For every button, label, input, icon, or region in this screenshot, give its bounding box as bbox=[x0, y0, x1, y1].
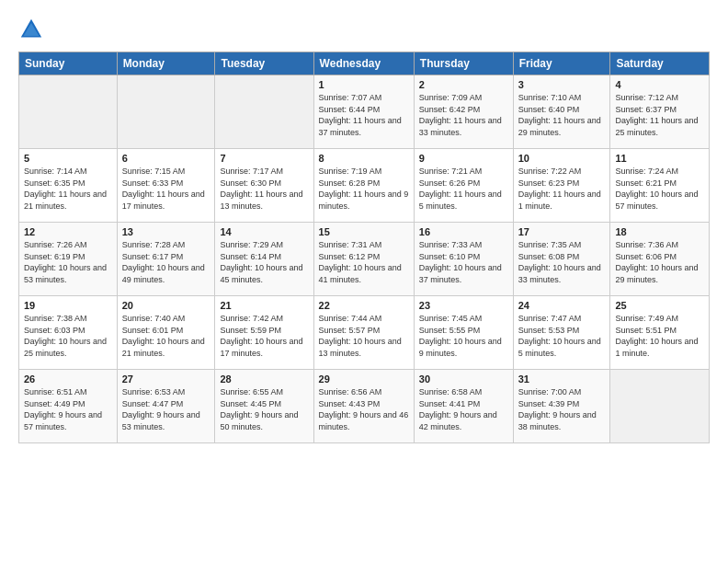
calendar-cell: 4Sunrise: 7:12 AM Sunset: 6:37 PM Daylig… bbox=[610, 75, 710, 149]
day-info: Sunrise: 6:56 AM Sunset: 4:43 PM Dayligh… bbox=[319, 386, 409, 432]
day-info: Sunrise: 7:47 AM Sunset: 5:53 PM Dayligh… bbox=[518, 313, 606, 359]
calendar-cell: 17Sunrise: 7:35 AM Sunset: 6:08 PM Dayli… bbox=[513, 223, 610, 296]
day-number: 25 bbox=[615, 300, 704, 311]
day-number: 1 bbox=[319, 79, 409, 90]
day-number: 19 bbox=[24, 300, 112, 311]
calendar-cell: 28Sunrise: 6:55 AM Sunset: 4:45 PM Dayli… bbox=[215, 370, 313, 443]
weekday-header-friday: Friday bbox=[513, 52, 610, 75]
calendar-cell: 15Sunrise: 7:31 AM Sunset: 6:12 PM Dayli… bbox=[313, 223, 414, 296]
day-info: Sunrise: 6:51 AM Sunset: 4:49 PM Dayligh… bbox=[24, 386, 112, 432]
calendar-cell: 24Sunrise: 7:47 AM Sunset: 5:53 PM Dayli… bbox=[513, 296, 610, 370]
calendar-week-row: 26Sunrise: 6:51 AM Sunset: 4:49 PM Dayli… bbox=[19, 370, 710, 443]
day-info: Sunrise: 7:22 AM Sunset: 6:23 PM Dayligh… bbox=[518, 166, 606, 212]
calendar-cell bbox=[215, 75, 313, 149]
header bbox=[18, 17, 710, 42]
day-info: Sunrise: 7:31 AM Sunset: 6:12 PM Dayligh… bbox=[319, 239, 409, 285]
calendar-cell: 1Sunrise: 7:07 AM Sunset: 6:44 PM Daylig… bbox=[313, 75, 414, 149]
day-info: Sunrise: 7:35 AM Sunset: 6:08 PM Dayligh… bbox=[518, 239, 606, 285]
day-info: Sunrise: 7:49 AM Sunset: 5:51 PM Dayligh… bbox=[615, 313, 704, 359]
weekday-header-thursday: Thursday bbox=[414, 52, 513, 75]
calendar-cell: 30Sunrise: 6:58 AM Sunset: 4:41 PM Dayli… bbox=[414, 370, 513, 443]
day-number: 6 bbox=[122, 153, 210, 164]
day-number: 4 bbox=[615, 79, 704, 90]
calendar-cell: 9Sunrise: 7:21 AM Sunset: 6:26 PM Daylig… bbox=[414, 149, 513, 223]
calendar-cell: 25Sunrise: 7:49 AM Sunset: 5:51 PM Dayli… bbox=[610, 296, 710, 370]
calendar-cell: 27Sunrise: 6:53 AM Sunset: 4:47 PM Dayli… bbox=[117, 370, 215, 443]
day-number: 18 bbox=[615, 226, 704, 237]
day-info: Sunrise: 7:14 AM Sunset: 6:35 PM Dayligh… bbox=[24, 166, 112, 212]
calendar-week-row: 12Sunrise: 7:26 AM Sunset: 6:19 PM Dayli… bbox=[19, 223, 710, 296]
day-info: Sunrise: 7:44 AM Sunset: 5:57 PM Dayligh… bbox=[319, 313, 409, 359]
day-number: 31 bbox=[518, 373, 606, 385]
day-number: 27 bbox=[122, 373, 210, 385]
day-info: Sunrise: 7:45 AM Sunset: 5:55 PM Dayligh… bbox=[419, 313, 508, 359]
day-info: Sunrise: 7:33 AM Sunset: 6:10 PM Dayligh… bbox=[419, 239, 508, 285]
day-info: Sunrise: 7:12 AM Sunset: 6:37 PM Dayligh… bbox=[615, 92, 704, 138]
calendar-cell: 3Sunrise: 7:10 AM Sunset: 6:40 PM Daylig… bbox=[513, 75, 610, 149]
day-number: 11 bbox=[615, 153, 704, 164]
day-number: 21 bbox=[220, 300, 308, 311]
calendar-cell: 22Sunrise: 7:44 AM Sunset: 5:57 PM Dayli… bbox=[313, 296, 414, 370]
day-info: Sunrise: 7:28 AM Sunset: 6:17 PM Dayligh… bbox=[122, 239, 210, 285]
calendar-cell: 29Sunrise: 6:56 AM Sunset: 4:43 PM Dayli… bbox=[313, 370, 414, 443]
day-info: Sunrise: 7:42 AM Sunset: 5:59 PM Dayligh… bbox=[220, 313, 308, 359]
calendar-cell: 18Sunrise: 7:36 AM Sunset: 6:06 PM Dayli… bbox=[610, 223, 710, 296]
day-number: 9 bbox=[419, 153, 508, 164]
day-number: 24 bbox=[518, 300, 606, 311]
day-number: 26 bbox=[24, 373, 112, 385]
weekday-header-sunday: Sunday bbox=[19, 52, 118, 75]
calendar-cell: 6Sunrise: 7:15 AM Sunset: 6:33 PM Daylig… bbox=[117, 149, 215, 223]
calendar-week-row: 5Sunrise: 7:14 AM Sunset: 6:35 PM Daylig… bbox=[19, 149, 710, 223]
weekday-header-monday: Monday bbox=[117, 52, 215, 75]
day-info: Sunrise: 7:21 AM Sunset: 6:26 PM Dayligh… bbox=[419, 166, 508, 212]
day-info: Sunrise: 7:24 AM Sunset: 6:21 PM Dayligh… bbox=[615, 166, 704, 212]
day-info: Sunrise: 6:58 AM Sunset: 4:41 PM Dayligh… bbox=[419, 386, 508, 432]
logo bbox=[18, 17, 48, 42]
calendar-cell: 26Sunrise: 6:51 AM Sunset: 4:49 PM Dayli… bbox=[19, 370, 118, 443]
calendar-cell: 31Sunrise: 7:00 AM Sunset: 4:39 PM Dayli… bbox=[513, 370, 610, 443]
day-info: Sunrise: 7:38 AM Sunset: 6:03 PM Dayligh… bbox=[24, 313, 112, 359]
calendar-cell: 5Sunrise: 7:14 AM Sunset: 6:35 PM Daylig… bbox=[19, 149, 118, 223]
day-info: Sunrise: 7:19 AM Sunset: 6:28 PM Dayligh… bbox=[319, 166, 409, 212]
day-info: Sunrise: 6:53 AM Sunset: 4:47 PM Dayligh… bbox=[122, 386, 210, 432]
day-number: 17 bbox=[518, 226, 606, 237]
day-number: 13 bbox=[122, 226, 210, 237]
day-info: Sunrise: 7:07 AM Sunset: 6:44 PM Dayligh… bbox=[319, 92, 409, 138]
day-info: Sunrise: 6:55 AM Sunset: 4:45 PM Dayligh… bbox=[220, 386, 308, 432]
calendar-cell bbox=[610, 370, 710, 443]
calendar-cell bbox=[19, 75, 118, 149]
day-number: 7 bbox=[220, 153, 308, 164]
calendar-cell: 12Sunrise: 7:26 AM Sunset: 6:19 PM Dayli… bbox=[19, 223, 118, 296]
calendar-week-row: 1Sunrise: 7:07 AM Sunset: 6:44 PM Daylig… bbox=[19, 75, 710, 149]
calendar-cell: 23Sunrise: 7:45 AM Sunset: 5:55 PM Dayli… bbox=[414, 296, 513, 370]
day-info: Sunrise: 7:00 AM Sunset: 4:39 PM Dayligh… bbox=[518, 386, 606, 432]
calendar-cell: 21Sunrise: 7:42 AM Sunset: 5:59 PM Dayli… bbox=[215, 296, 313, 370]
day-info: Sunrise: 7:09 AM Sunset: 6:42 PM Dayligh… bbox=[419, 92, 508, 138]
day-number: 15 bbox=[319, 226, 409, 237]
calendar-table: SundayMondayTuesdayWednesdayThursdayFrid… bbox=[18, 52, 710, 443]
calendar-cell: 11Sunrise: 7:24 AM Sunset: 6:21 PM Dayli… bbox=[610, 149, 710, 223]
day-info: Sunrise: 7:17 AM Sunset: 6:30 PM Dayligh… bbox=[220, 166, 308, 212]
calendar-cell: 16Sunrise: 7:33 AM Sunset: 6:10 PM Dayli… bbox=[414, 223, 513, 296]
day-info: Sunrise: 7:40 AM Sunset: 6:01 PM Dayligh… bbox=[122, 313, 210, 359]
calendar-header-row: SundayMondayTuesdayWednesdayThursdayFrid… bbox=[19, 52, 710, 75]
weekday-header-tuesday: Tuesday bbox=[215, 52, 313, 75]
day-info: Sunrise: 7:29 AM Sunset: 6:14 PM Dayligh… bbox=[220, 239, 308, 285]
day-number: 30 bbox=[419, 373, 508, 385]
day-number: 29 bbox=[319, 373, 409, 385]
calendar-cell: 20Sunrise: 7:40 AM Sunset: 6:01 PM Dayli… bbox=[117, 296, 215, 370]
day-number: 3 bbox=[518, 79, 606, 90]
day-number: 20 bbox=[122, 300, 210, 311]
calendar-cell: 19Sunrise: 7:38 AM Sunset: 6:03 PM Dayli… bbox=[19, 296, 118, 370]
day-number: 5 bbox=[24, 153, 112, 164]
day-number: 16 bbox=[419, 226, 508, 237]
day-number: 2 bbox=[419, 79, 508, 90]
day-info: Sunrise: 7:10 AM Sunset: 6:40 PM Dayligh… bbox=[518, 92, 606, 138]
calendar-cell bbox=[117, 75, 215, 149]
calendar-cell: 7Sunrise: 7:17 AM Sunset: 6:30 PM Daylig… bbox=[215, 149, 313, 223]
calendar-cell: 2Sunrise: 7:09 AM Sunset: 6:42 PM Daylig… bbox=[414, 75, 513, 149]
day-number: 10 bbox=[518, 153, 606, 164]
day-number: 12 bbox=[24, 226, 112, 237]
logo-icon bbox=[18, 17, 44, 42]
weekday-header-saturday: Saturday bbox=[610, 52, 710, 75]
